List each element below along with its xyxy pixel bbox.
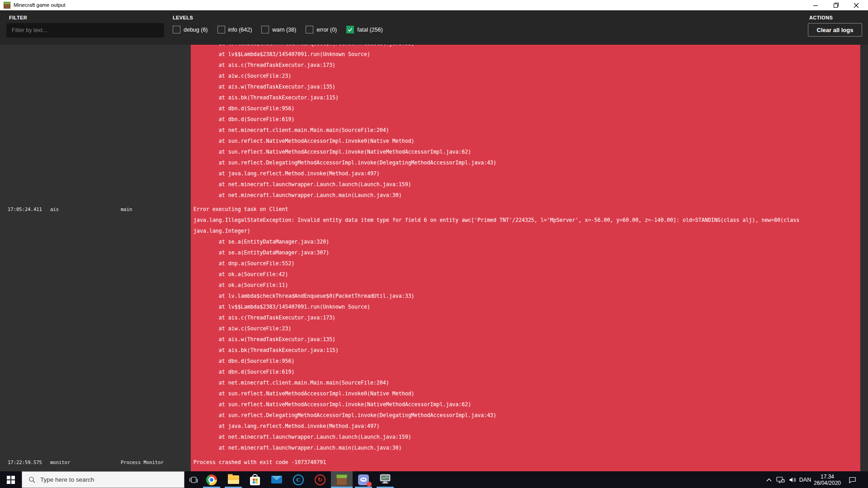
task-view-button[interactable] xyxy=(185,471,202,488)
speaker-icon xyxy=(789,477,797,483)
clock-date: 26/04/2020 xyxy=(814,480,841,486)
log-line: Error executing task on Client xyxy=(191,204,860,215)
log-line: at se.a(EntityDataManager.java:307) xyxy=(191,247,860,258)
mail-icon xyxy=(271,476,282,483)
log-line: at net.minecraft.launchwrapper.Launch.la… xyxy=(191,432,860,442)
checkbox-unchecked-icon[interactable] xyxy=(306,26,313,33)
fatal-log-pane[interactable]: at lv.lambda$checkThreadAndEnqueue$0(Pac… xyxy=(191,45,860,471)
notification-center-button[interactable] xyxy=(844,471,860,488)
clock[interactable]: 17.34 26/04/2020 xyxy=(814,471,841,488)
clear-all-logs-button[interactable]: Clear all logs xyxy=(808,23,862,37)
microsoft-store-icon xyxy=(250,474,260,485)
taskbar-app-driver-booster[interactable]: ↻ xyxy=(309,471,331,488)
checkbox-unchecked-icon[interactable] xyxy=(261,26,269,33)
log-line: at sun.reflect.NativeMethodAccessorImpl.… xyxy=(191,399,860,410)
notification-center-icon xyxy=(849,476,856,483)
taskbar: Type here to search C↻ DAN 17.34 26/04/2… xyxy=(0,471,868,488)
log-line: at dbn.d(SourceFile:619) xyxy=(191,114,860,125)
log-line: at dnp.a(SourceFile:552) xyxy=(191,258,860,269)
notification-badge xyxy=(367,482,372,487)
fatal-log-entry: Error executing task on Clientjava.lang.… xyxy=(191,204,860,453)
log-meta-row: 17:05:24.411aismain xyxy=(0,204,191,215)
log-line: at dbn.d(SourceFile:619) xyxy=(191,366,860,377)
log-line: at ais.bk(ThreadTaskExecutor.java:115) xyxy=(191,92,860,103)
log-line: at dbn.d(SourceFile:956) xyxy=(191,356,860,366)
log-line: at ok.a(SourceFile:11) xyxy=(191,280,860,291)
log-line: at ais.bk(ThreadTaskExecutor.java:115) xyxy=(191,345,860,356)
level-filter-fatal[interactable]: fatal (256) xyxy=(346,26,382,33)
level-filter-info[interactable]: info (642) xyxy=(217,26,252,33)
log-line: at ok.a(SourceFile:42) xyxy=(191,269,860,280)
checkbox-unchecked-icon[interactable] xyxy=(173,26,180,33)
task-view-icon xyxy=(189,475,198,484)
taskbar-app-microsoft-store[interactable] xyxy=(244,471,266,488)
levels-row: debug (6)info (642)warn (38)error (0)fat… xyxy=(173,26,383,33)
log-line: at lv$$Lambda$2383/145407091.run(Unknown… xyxy=(191,49,860,60)
log-line: java.lang.Integer) xyxy=(191,225,860,236)
file-explorer-icon xyxy=(228,475,239,484)
start-button[interactable] xyxy=(0,471,22,488)
tray-network[interactable] xyxy=(774,471,787,488)
log-line: at ais.c(ThreadTaskExecutor.java:173) xyxy=(191,60,860,70)
log-line: at ais.c(ThreadTaskExecutor.java:173) xyxy=(191,312,860,323)
checkbox-unchecked-icon[interactable] xyxy=(217,26,225,33)
filter-section-label: FILTER xyxy=(9,15,27,20)
restore-button[interactable] xyxy=(826,0,846,10)
search-placeholder-text: Type here to search xyxy=(40,476,94,483)
log-line: at net.minecraft.client.main.Main.main(S… xyxy=(191,125,860,136)
taskbar-app-ccleaner[interactable]: C xyxy=(288,471,309,488)
tray-chevron-up[interactable] xyxy=(764,471,774,488)
search-icon xyxy=(28,476,36,483)
log-line: at aiw.c(SourceFile:23) xyxy=(191,323,860,334)
level-label: error (0) xyxy=(316,27,337,33)
log-meta-row: 17:22:59.575monitorProcess Monitor xyxy=(0,457,191,468)
meta-thread: main xyxy=(121,204,132,215)
level-filter-warn[interactable]: warn (38) xyxy=(261,26,296,33)
main-content: 17:05:24.411aismain17:22:59.575monitorPr… xyxy=(0,45,868,471)
level-label: info (642) xyxy=(228,27,252,33)
taskbar-app-minecraft[interactable] xyxy=(331,471,353,488)
log-line: at aiw.c(SourceFile:23) xyxy=(191,70,860,81)
minimize-button[interactable] xyxy=(805,0,826,10)
log-meta-pane: 17:05:24.411aismain17:22:59.575monitorPr… xyxy=(0,45,191,471)
log-line: at sun.reflect.DelegatingMethodAccessorI… xyxy=(191,410,860,421)
level-label: fatal (256) xyxy=(357,27,382,33)
meta-time: 17:22:59.575 xyxy=(8,457,42,468)
log-line: at sun.reflect.NativeMethodAccessorImpl.… xyxy=(191,146,860,157)
filter-input[interactable] xyxy=(6,23,164,38)
scrollbar[interactable] xyxy=(860,45,868,471)
meta-logger: monitor xyxy=(50,457,70,468)
taskbar-app-process-monitor[interactable] xyxy=(374,471,396,488)
level-filter-error[interactable]: error (0) xyxy=(306,26,337,33)
checkbox-checked-icon[interactable] xyxy=(346,26,354,33)
fatal-log-entry: at lv.lambda$checkThreadAndEnqueue$0(Pac… xyxy=(191,45,860,201)
log-line: at sun.reflect.NativeMethodAccessorImpl.… xyxy=(191,136,860,146)
log-line: at se.a(EntityDataManager.java:320) xyxy=(191,236,860,247)
chevron-up-icon xyxy=(766,478,772,482)
window-title: Minecraft game output xyxy=(14,2,65,8)
network-icon xyxy=(776,476,785,483)
log-line: at java.lang.reflect.Method.invoke(Metho… xyxy=(191,168,860,179)
titlebar: Minecraft game output xyxy=(0,0,868,11)
log-line: at lv$$Lambda$2383/145407091.run(Unknown… xyxy=(191,301,860,312)
log-line: at dbn.d(SourceFile:956) xyxy=(191,103,860,114)
language-indicator[interactable]: DAN xyxy=(797,471,814,488)
taskbar-search[interactable]: Type here to search xyxy=(22,471,184,488)
taskbar-app-chrome[interactable] xyxy=(201,471,222,488)
log-line: at ais.w(ThreadTaskExecutor.java:135) xyxy=(191,334,860,345)
process-monitor-icon xyxy=(380,474,391,486)
level-filter-debug[interactable]: debug (6) xyxy=(173,26,208,33)
log-line: at java.lang.reflect.Method.invoke(Metho… xyxy=(191,421,860,432)
taskbar-app-file-explorer[interactable] xyxy=(222,471,244,488)
close-button[interactable] xyxy=(846,0,867,10)
log-line: java.lang.IllegalStateException: Invalid… xyxy=(191,215,860,225)
taskbar-app-mail[interactable] xyxy=(266,471,288,488)
taskbar-app-discord[interactable] xyxy=(353,471,374,488)
meta-time: 17:05:24.411 xyxy=(8,204,42,215)
minecraft-grass-block-icon xyxy=(4,2,10,9)
log-line: at lv.lambda$checkThreadAndEnqueue$0(Pac… xyxy=(191,291,860,301)
screen: Minecraft game output FILTER LEVELS debu… xyxy=(0,0,868,488)
driver-booster-icon: ↻ xyxy=(315,474,326,485)
levels-section-label: LEVELS xyxy=(173,15,193,20)
windows-logo-icon xyxy=(7,476,15,484)
